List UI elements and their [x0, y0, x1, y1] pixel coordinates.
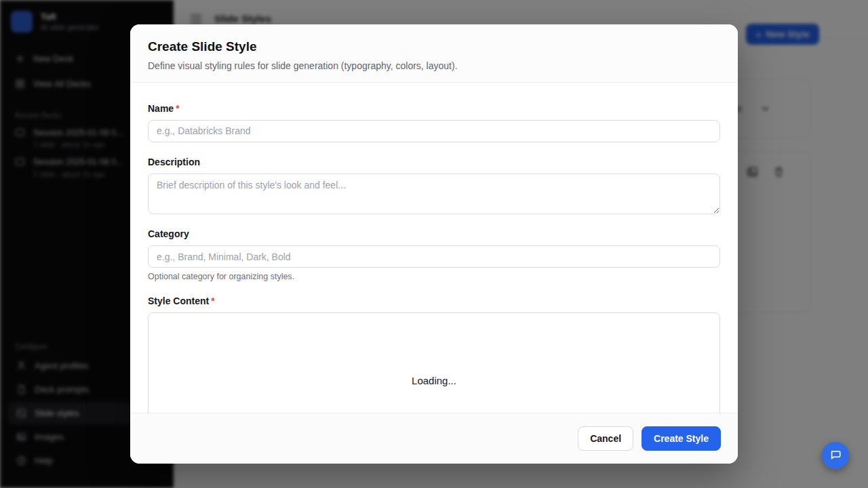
category-input[interactable]: [148, 245, 720, 268]
cancel-button[interactable]: Cancel: [578, 426, 633, 451]
category-label: Category: [148, 228, 189, 239]
style-content-field-group: Style Content* Loading...: [148, 295, 720, 413]
create-slide-style-dialog: Create Slide Style Define visual styling…: [130, 24, 738, 464]
app-window: Taft AI slide generator New Deck View Al…: [0, 0, 868, 488]
dialog-footer: Cancel Create Style: [130, 413, 738, 464]
create-style-button[interactable]: Create Style: [642, 426, 721, 451]
style-content-editor[interactable]: Loading...: [148, 312, 720, 413]
dialog-subtitle: Define visual styling rules for slide ge…: [148, 60, 720, 73]
loading-text: Loading...: [412, 375, 456, 386]
name-input[interactable]: [148, 120, 720, 142]
description-textarea[interactable]: [148, 174, 720, 214]
category-helper-text: Optional category for organizing styles.: [148, 272, 720, 281]
chat-bubble-icon: [829, 449, 842, 463]
name-label: Name*: [148, 103, 180, 114]
dialog-body: Name* Description Category Optional cate…: [130, 83, 738, 413]
required-asterisk: *: [176, 103, 179, 114]
style-content-label: Style Content*: [148, 296, 215, 306]
dialog-header: Create Slide Style Define visual styling…: [130, 24, 738, 83]
dialog-title: Create Slide Style: [148, 39, 720, 55]
description-label: Description: [148, 157, 200, 167]
chat-button[interactable]: [822, 442, 849, 469]
required-asterisk: *: [211, 296, 214, 306]
name-field-group: Name*: [148, 102, 720, 142]
description-field-group: Description: [148, 156, 720, 214]
category-field-group: Category Optional category for organizin…: [148, 228, 720, 281]
